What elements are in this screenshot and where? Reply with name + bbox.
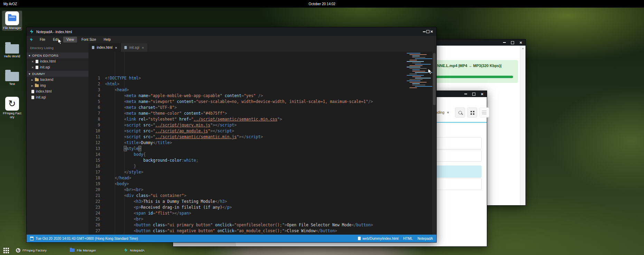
code-text: <h3>This is a Dummy Testing Module</h3> bbox=[100, 199, 227, 205]
line-number: 18 bbox=[88, 175, 100, 181]
minimize-icon[interactable] bbox=[464, 92, 467, 96]
sidebar-item-img[interactable]: img bbox=[27, 83, 88, 88]
search-button[interactable] bbox=[455, 107, 465, 117]
line-number: 4 bbox=[88, 93, 100, 99]
code-text: </style> bbox=[100, 169, 143, 175]
editor-scrollbar[interactable] bbox=[432, 52, 436, 235]
code-text: <span id="flist"></span> bbox=[100, 210, 191, 216]
menu-item-font-size[interactable]: Font Size bbox=[78, 37, 99, 42]
editor-pane[interactable]: index.htmlinit.agi 1<!DOCTYPE html>2<htm… bbox=[88, 43, 436, 235]
blue-folder-icon bbox=[8, 16, 16, 21]
line-number: 25 bbox=[88, 216, 100, 222]
close-icon[interactable] bbox=[480, 92, 484, 96]
minimap-line bbox=[407, 67, 420, 67]
sidebar-section-dummy[interactable]: DUMMY bbox=[27, 71, 88, 77]
close-icon[interactable] bbox=[31, 65, 34, 69]
folder-icon bbox=[5, 44, 19, 54]
line-number: 14 bbox=[88, 152, 100, 158]
menu-item-help[interactable]: Help bbox=[101, 37, 114, 42]
code-area[interactable]: 1<!DOCTYPE html>2<html>3 <head>4 <meta n… bbox=[88, 52, 432, 235]
code-line: 3 <head> bbox=[88, 87, 432, 93]
system-clock: October 20 14:02 bbox=[0, 2, 644, 6]
taskbar-item-ffmpeg-factory[interactable]: ↻FFmpeg Factory bbox=[16, 247, 47, 253]
ffmpeg-scrollbar[interactable] bbox=[520, 46, 525, 205]
line-number: 13 bbox=[88, 146, 100, 152]
code-text: <html> bbox=[100, 81, 120, 87]
menu-item-edit[interactable]: Edit bbox=[50, 37, 62, 42]
close-icon[interactable] bbox=[519, 41, 523, 45]
chevron-down-icon bbox=[444, 110, 449, 114]
code-line: 4 <meta name="apple-mobile-web-app-capab… bbox=[88, 93, 432, 99]
sidebar-item-backend[interactable]: backend bbox=[27, 77, 88, 83]
indent-guide bbox=[124, 52, 124, 235]
notepada-window: NotepadA - index.html FileEditViewFont S… bbox=[26, 27, 437, 243]
maximize-icon[interactable] bbox=[426, 30, 430, 34]
close-icon[interactable] bbox=[31, 59, 34, 63]
desktop-icon-test[interactable]: Test bbox=[2, 69, 22, 86]
maximize-icon[interactable] bbox=[472, 92, 476, 96]
sidebar-item-init-agi[interactable]: init.agi bbox=[27, 94, 88, 100]
sidebar-item-init-agi[interactable]: init.agi bbox=[27, 64, 88, 70]
code-text: <br><br> bbox=[100, 187, 143, 193]
line-number: 10 bbox=[88, 128, 100, 134]
grid-view-button[interactable] bbox=[467, 107, 477, 117]
scrollbar-thumb[interactable] bbox=[433, 53, 436, 105]
minimap-line bbox=[409, 82, 427, 83]
app-grid-icon[interactable] bbox=[3, 247, 9, 253]
desktop-icon-label: Test bbox=[3, 82, 21, 86]
minimap-line bbox=[412, 71, 425, 72]
minimize-icon[interactable] bbox=[502, 41, 506, 45]
maximize-icon[interactable] bbox=[511, 41, 514, 45]
taskbar-item-file-manager[interactable]: File Manager bbox=[70, 247, 96, 253]
notepada-titlebar[interactable]: NotepadA - index.html bbox=[27, 27, 436, 36]
desktop-icon-ffmpeg-factory[interactable]: ↻FFmpeg Factory bbox=[2, 97, 22, 119]
file-icon bbox=[124, 46, 127, 49]
code-line: 25 <br> bbox=[88, 216, 432, 222]
code-text: <title>Dummy</title> bbox=[100, 140, 172, 146]
line-number: 17 bbox=[88, 169, 100, 175]
close-icon[interactable] bbox=[142, 46, 144, 49]
close-icon[interactable] bbox=[430, 30, 434, 34]
minimap-line bbox=[415, 72, 432, 73]
list-icon bbox=[482, 111, 486, 114]
menu-item-file[interactable]: File bbox=[37, 37, 48, 42]
tab-index-html[interactable]: index.html bbox=[88, 43, 121, 52]
sidebar-item-index-html[interactable]: index.html bbox=[27, 58, 88, 64]
line-number: 21 bbox=[88, 193, 100, 199]
code-text: <meta name="apple-mobile-web-app-capable… bbox=[100, 93, 263, 99]
sidebar-section-open-editors[interactable]: OPEN EDITORS bbox=[27, 53, 88, 58]
sidebar-item-label: init.agi bbox=[36, 95, 46, 99]
code-text: } bbox=[100, 163, 136, 169]
minimap-line bbox=[409, 74, 417, 74]
file-icon bbox=[358, 237, 361, 240]
desktop-icon-file-manager[interactable]: File Manager bbox=[2, 11, 22, 31]
code-line: 20 <br><br> bbox=[88, 187, 432, 193]
minimize-icon[interactable] bbox=[422, 30, 426, 34]
tab-init-agi[interactable]: init.agi bbox=[121, 43, 148, 52]
taskbar-item-label: FFmpeg Factory bbox=[22, 248, 47, 252]
list-view-button[interactable] bbox=[479, 107, 489, 117]
line-number: 8 bbox=[88, 116, 100, 122]
code-text: <link rel="stylesheet" href="../script/s… bbox=[100, 116, 282, 122]
sidebar-item-label: index.html bbox=[36, 89, 52, 93]
menu-item-view[interactable]: View bbox=[63, 37, 77, 42]
desktop-icon-hello-world[interactable]: Hello World bbox=[2, 41, 22, 58]
code-line: 14 body{ bbox=[88, 152, 432, 158]
minimap-line bbox=[409, 65, 423, 66]
code-line: 5 <meta name="viewport" content="user-sc… bbox=[88, 99, 432, 105]
sidebar-item-index-html[interactable]: index.html bbox=[27, 88, 88, 94]
line-number: 24 bbox=[88, 210, 100, 216]
taskbar-item-label: File Manager bbox=[77, 248, 96, 252]
minimap-line bbox=[407, 53, 420, 54]
code-text: <meta name="viewport" content="user-scal… bbox=[100, 99, 373, 105]
close-icon[interactable] bbox=[115, 46, 117, 49]
minimap[interactable] bbox=[407, 53, 432, 92]
taskbar-item-notepada[interactable]: NotepadA bbox=[124, 247, 144, 253]
line-number: 26 bbox=[88, 222, 100, 228]
code-line: 18 </head> bbox=[88, 175, 432, 181]
code-text: <br> bbox=[100, 216, 143, 222]
minimap-line bbox=[407, 75, 424, 76]
minimap-line bbox=[409, 54, 427, 55]
code-line: 12 <title>Dummy</title> bbox=[88, 140, 432, 146]
code-text: <meta name="theme-color" content="#4b75f… bbox=[100, 111, 227, 116]
